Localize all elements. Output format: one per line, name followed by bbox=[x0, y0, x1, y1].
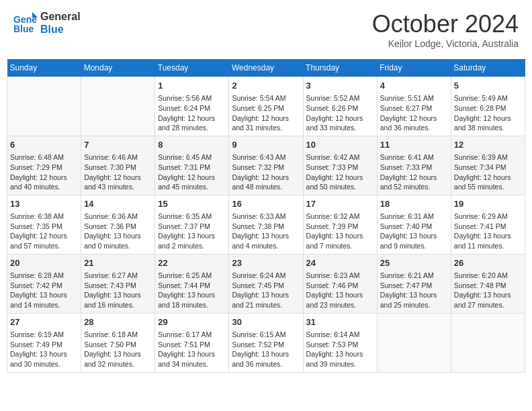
day-info: Sunrise: 5:52 AM Sunset: 6:26 PM Dayligh… bbox=[306, 93, 374, 133]
day-info: Sunrise: 6:28 AM Sunset: 7:42 PM Dayligh… bbox=[10, 271, 78, 310]
day-info: Sunrise: 6:29 AM Sunset: 7:41 PM Dayligh… bbox=[454, 212, 522, 251]
calendar-cell bbox=[377, 313, 451, 372]
day-info: Sunrise: 6:15 AM Sunset: 7:52 PM Dayligh… bbox=[232, 330, 300, 369]
calendar-cell: 26Sunrise: 6:20 AM Sunset: 7:48 PM Dayli… bbox=[451, 254, 525, 313]
header-saturday: Saturday bbox=[451, 59, 525, 77]
day-number: 31 bbox=[306, 316, 374, 328]
day-number: 13 bbox=[10, 198, 78, 210]
calendar-cell: 11Sunrise: 6:41 AM Sunset: 7:33 PM Dayli… bbox=[377, 136, 451, 195]
calendar-cell: 24Sunrise: 6:23 AM Sunset: 7:46 PM Dayli… bbox=[303, 254, 377, 313]
day-number: 2 bbox=[232, 80, 300, 92]
calendar-cell: 20Sunrise: 6:28 AM Sunset: 7:42 PM Dayli… bbox=[7, 254, 81, 313]
day-number: 29 bbox=[158, 316, 226, 328]
day-number: 1 bbox=[158, 80, 226, 92]
calendar-cell: 3Sunrise: 5:52 AM Sunset: 6:26 PM Daylig… bbox=[303, 77, 377, 136]
day-number: 24 bbox=[306, 257, 374, 269]
calendar-cell: 31Sunrise: 6:14 AM Sunset: 7:53 PM Dayli… bbox=[303, 313, 377, 372]
week-row-5: 27Sunrise: 6:19 AM Sunset: 7:49 PM Dayli… bbox=[7, 313, 525, 372]
calendar-cell: 22Sunrise: 6:25 AM Sunset: 7:44 PM Dayli… bbox=[155, 254, 229, 313]
calendar-cell: 17Sunrise: 6:32 AM Sunset: 7:39 PM Dayli… bbox=[303, 195, 377, 254]
calendar-cell bbox=[451, 313, 525, 372]
day-number: 20 bbox=[10, 257, 78, 269]
header-tuesday: Tuesday bbox=[155, 59, 229, 77]
day-info: Sunrise: 6:27 AM Sunset: 7:43 PM Dayligh… bbox=[84, 271, 152, 310]
day-info: Sunrise: 6:18 AM Sunset: 7:50 PM Dayligh… bbox=[84, 330, 152, 369]
location: Keilor Lodge, Victoria, Australia bbox=[372, 38, 519, 49]
day-info: Sunrise: 6:38 AM Sunset: 7:35 PM Dayligh… bbox=[10, 212, 78, 251]
day-info: Sunrise: 6:48 AM Sunset: 7:29 PM Dayligh… bbox=[10, 152, 78, 192]
calendar-cell: 1Sunrise: 5:56 AM Sunset: 6:24 PM Daylig… bbox=[155, 77, 229, 136]
day-info: Sunrise: 6:43 AM Sunset: 7:32 PM Dayligh… bbox=[232, 152, 300, 192]
calendar-cell: 2Sunrise: 5:54 AM Sunset: 6:25 PM Daylig… bbox=[229, 77, 303, 136]
day-info: Sunrise: 5:51 AM Sunset: 6:27 PM Dayligh… bbox=[380, 93, 448, 133]
calendar-cell: 10Sunrise: 6:42 AM Sunset: 7:33 PM Dayli… bbox=[303, 136, 377, 195]
calendar-cell: 21Sunrise: 6:27 AM Sunset: 7:43 PM Dayli… bbox=[81, 254, 155, 313]
day-number: 25 bbox=[380, 257, 448, 269]
day-number: 22 bbox=[158, 257, 226, 269]
day-number: 5 bbox=[454, 80, 522, 92]
logo-icon: General Blue bbox=[13, 11, 38, 35]
logo-general: General bbox=[40, 10, 81, 23]
day-info: Sunrise: 5:56 AM Sunset: 6:24 PM Dayligh… bbox=[158, 93, 226, 133]
header-sunday: Sunday bbox=[7, 59, 81, 77]
day-info: Sunrise: 6:32 AM Sunset: 7:39 PM Dayligh… bbox=[306, 212, 374, 251]
day-number: 21 bbox=[84, 257, 152, 269]
day-number: 15 bbox=[158, 198, 226, 210]
day-number: 17 bbox=[306, 198, 374, 210]
week-row-4: 20Sunrise: 6:28 AM Sunset: 7:42 PM Dayli… bbox=[7, 254, 525, 313]
day-number: 14 bbox=[84, 198, 152, 210]
day-number: 4 bbox=[380, 80, 448, 92]
logo: General Blue General Blue bbox=[13, 10, 81, 36]
day-info: Sunrise: 6:31 AM Sunset: 7:40 PM Dayligh… bbox=[380, 212, 448, 251]
logo-blue: Blue bbox=[40, 23, 81, 36]
header-friday: Friday bbox=[377, 59, 451, 77]
page-header: General Blue General Blue October 2024 K… bbox=[7, 7, 525, 52]
day-number: 12 bbox=[454, 139, 522, 151]
calendar-cell: 30Sunrise: 6:15 AM Sunset: 7:52 PM Dayli… bbox=[229, 313, 303, 372]
calendar-cell: 9Sunrise: 6:43 AM Sunset: 7:32 PM Daylig… bbox=[229, 136, 303, 195]
day-number: 10 bbox=[306, 139, 374, 151]
calendar-cell: 12Sunrise: 6:39 AM Sunset: 7:34 PM Dayli… bbox=[451, 136, 525, 195]
day-info: Sunrise: 6:25 AM Sunset: 7:44 PM Dayligh… bbox=[158, 271, 226, 310]
calendar-cell: 5Sunrise: 5:49 AM Sunset: 6:28 PM Daylig… bbox=[451, 77, 525, 136]
day-number: 28 bbox=[84, 316, 152, 328]
calendar-cell: 6Sunrise: 6:48 AM Sunset: 7:29 PM Daylig… bbox=[7, 136, 81, 195]
calendar-cell: 23Sunrise: 6:24 AM Sunset: 7:45 PM Dayli… bbox=[229, 254, 303, 313]
day-number: 7 bbox=[84, 139, 152, 151]
day-info: Sunrise: 6:24 AM Sunset: 7:45 PM Dayligh… bbox=[232, 271, 300, 310]
calendar-cell: 15Sunrise: 6:35 AM Sunset: 7:37 PM Dayli… bbox=[155, 195, 229, 254]
day-info: Sunrise: 6:17 AM Sunset: 7:51 PM Dayligh… bbox=[158, 330, 226, 369]
day-number: 6 bbox=[10, 139, 78, 151]
day-number: 3 bbox=[306, 80, 374, 92]
day-number: 8 bbox=[158, 139, 226, 151]
header-wednesday: Wednesday bbox=[229, 59, 303, 77]
week-row-1: 1Sunrise: 5:56 AM Sunset: 6:24 PM Daylig… bbox=[7, 77, 525, 136]
day-number: 9 bbox=[232, 139, 300, 151]
calendar-cell bbox=[7, 77, 81, 136]
calendar-cell: 29Sunrise: 6:17 AM Sunset: 7:51 PM Dayli… bbox=[155, 313, 229, 372]
calendar-cell: 7Sunrise: 6:46 AM Sunset: 7:30 PM Daylig… bbox=[81, 136, 155, 195]
calendar-cell: 27Sunrise: 6:19 AM Sunset: 7:49 PM Dayli… bbox=[7, 313, 81, 372]
calendar-cell: 14Sunrise: 6:36 AM Sunset: 7:36 PM Dayli… bbox=[81, 195, 155, 254]
day-number: 18 bbox=[380, 198, 448, 210]
day-info: Sunrise: 6:39 AM Sunset: 7:34 PM Dayligh… bbox=[454, 152, 522, 192]
header-monday: Monday bbox=[81, 59, 155, 77]
day-info: Sunrise: 6:45 AM Sunset: 7:31 PM Dayligh… bbox=[158, 152, 226, 192]
calendar-cell: 16Sunrise: 6:33 AM Sunset: 7:38 PM Dayli… bbox=[229, 195, 303, 254]
calendar-cell: 25Sunrise: 6:21 AM Sunset: 7:47 PM Dayli… bbox=[377, 254, 451, 313]
month-title: October 2024 bbox=[372, 10, 519, 38]
calendar-header-row: SundayMondayTuesdayWednesdayThursdayFrid… bbox=[7, 59, 525, 77]
day-number: 16 bbox=[232, 198, 300, 210]
day-number: 23 bbox=[232, 257, 300, 269]
calendar-cell bbox=[81, 77, 155, 136]
header-thursday: Thursday bbox=[303, 59, 377, 77]
day-info: Sunrise: 6:36 AM Sunset: 7:36 PM Dayligh… bbox=[84, 212, 152, 251]
day-number: 19 bbox=[454, 198, 522, 210]
day-number: 30 bbox=[232, 316, 300, 328]
day-info: Sunrise: 5:49 AM Sunset: 6:28 PM Dayligh… bbox=[454, 93, 522, 133]
day-info: Sunrise: 6:21 AM Sunset: 7:47 PM Dayligh… bbox=[380, 271, 448, 310]
calendar-table: SundayMondayTuesdayWednesdayThursdayFrid… bbox=[7, 59, 525, 373]
day-info: Sunrise: 5:54 AM Sunset: 6:25 PM Dayligh… bbox=[232, 93, 300, 133]
calendar-cell: 4Sunrise: 5:51 AM Sunset: 6:27 PM Daylig… bbox=[377, 77, 451, 136]
day-info: Sunrise: 6:42 AM Sunset: 7:33 PM Dayligh… bbox=[306, 152, 374, 192]
